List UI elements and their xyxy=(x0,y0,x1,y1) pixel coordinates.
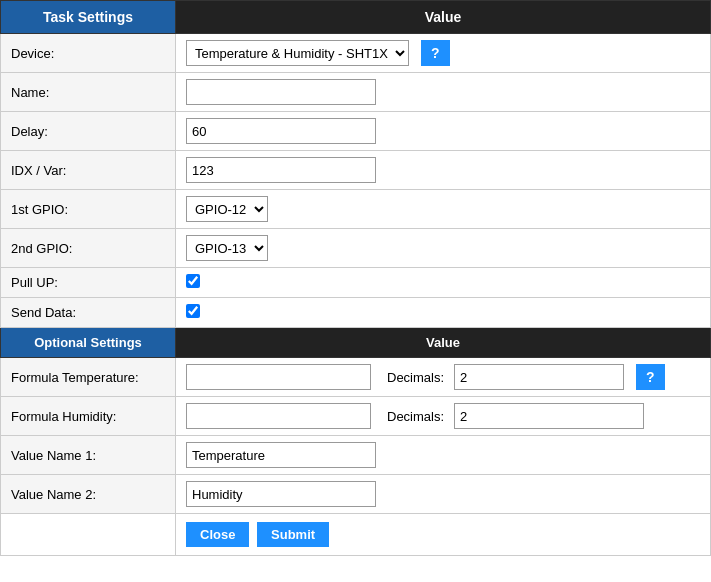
pullup-label: Pull UP: xyxy=(1,268,176,298)
pullup-checkbox[interactable] xyxy=(186,274,200,288)
buttons-left-cell xyxy=(1,514,176,556)
decimals-humidity-input[interactable] xyxy=(454,403,644,429)
buttons-right-cell: Close Submit xyxy=(176,514,711,556)
valuename2-value-cell xyxy=(176,475,711,514)
name-label: Name: xyxy=(1,73,176,112)
optional-settings-value-header: Value xyxy=(176,328,711,358)
delay-value-cell xyxy=(176,112,711,151)
delay-input[interactable] xyxy=(186,118,376,144)
device-label: Device: xyxy=(1,34,176,73)
name-input[interactable] xyxy=(186,79,376,105)
formula-humidity-label: Formula Humidity: xyxy=(1,397,176,436)
gpio2-value-cell: GPIO-13 GPIO-14 xyxy=(176,229,711,268)
gpio1-value-cell: GPIO-12 GPIO-13 GPIO-14 xyxy=(176,190,711,229)
optional-settings-header: Optional Settings xyxy=(1,328,176,358)
formula-temp-value-cell: Decimals: ? xyxy=(176,358,711,397)
gpio1-select[interactable]: GPIO-12 GPIO-13 GPIO-14 xyxy=(186,196,268,222)
device-value-cell: Temperature & Humidity - SHT1X ? xyxy=(176,34,711,73)
senddata-value-cell xyxy=(176,298,711,328)
task-settings-value-header: Value xyxy=(176,1,711,34)
decimals-temp-label: Decimals: xyxy=(387,370,444,385)
pullup-value-cell xyxy=(176,268,711,298)
delay-label: Delay: xyxy=(1,112,176,151)
task-settings-header: Task Settings xyxy=(1,1,176,34)
formula-humidity-value-cell: Decimals: xyxy=(176,397,711,436)
formula-temp-help-button[interactable]: ? xyxy=(636,364,665,390)
name-value-cell xyxy=(176,73,711,112)
formula-temp-input[interactable] xyxy=(186,364,371,390)
valuename1-label: Value Name 1: xyxy=(1,436,176,475)
idx-value-cell xyxy=(176,151,711,190)
valuename1-input[interactable] xyxy=(186,442,376,468)
decimals-temp-input[interactable] xyxy=(454,364,624,390)
device-select[interactable]: Temperature & Humidity - SHT1X xyxy=(186,40,409,66)
gpio2-select[interactable]: GPIO-13 GPIO-14 xyxy=(186,235,268,261)
senddata-label: Send Data: xyxy=(1,298,176,328)
valuename2-label: Value Name 2: xyxy=(1,475,176,514)
gpio1-label: 1st GPIO: xyxy=(1,190,176,229)
idx-input[interactable] xyxy=(186,157,376,183)
idx-label: IDX / Var: xyxy=(1,151,176,190)
formula-temp-label: Formula Temperature: xyxy=(1,358,176,397)
valuename2-input[interactable] xyxy=(186,481,376,507)
decimals-humidity-label: Decimals: xyxy=(387,409,444,424)
formula-humidity-input[interactable] xyxy=(186,403,371,429)
close-button[interactable]: Close xyxy=(186,522,249,547)
submit-button[interactable]: Submit xyxy=(257,522,329,547)
senddata-checkbox[interactable] xyxy=(186,304,200,318)
gpio2-label: 2nd GPIO: xyxy=(1,229,176,268)
device-help-button[interactable]: ? xyxy=(421,40,450,66)
valuename1-value-cell xyxy=(176,436,711,475)
